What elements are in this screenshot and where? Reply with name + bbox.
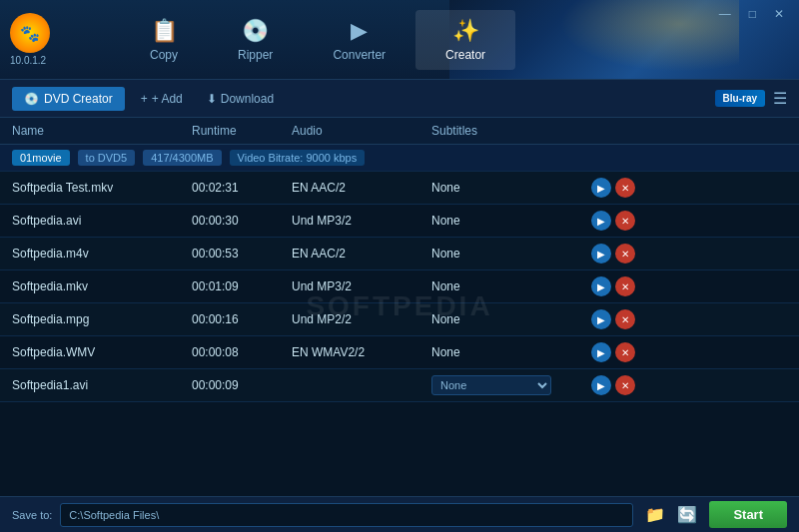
download-icon: ⬇ (207, 92, 217, 106)
creator-icon: ✨ (452, 18, 479, 44)
minimize-button[interactable]: — (714, 5, 736, 23)
play-button[interactable]: ▶ (591, 276, 611, 296)
navigation-tabs: 📋 Copy 💿 Ripper ▶ Converter ✨ Creator (120, 10, 789, 70)
converter-icon: ▶ (351, 18, 368, 44)
disc-icon: 💿 (24, 92, 39, 106)
window-controls[interactable]: — □ ✕ (714, 5, 789, 23)
remove-button[interactable]: ✕ (615, 276, 635, 296)
subtitles-value: None (431, 214, 591, 228)
logo-icon: 🐾 (10, 13, 50, 53)
table-area: Name Runtime Audio Subtitles 01movie to … (0, 118, 799, 496)
runtime-value: 00:02:31 (192, 181, 292, 195)
tab-creator[interactable]: ✨ Creator (415, 10, 515, 70)
table-row: Softpedia Test.mkv 00:02:31 EN AAC/2 Non… (0, 172, 799, 205)
audio-value: EN WMAV2/2 (292, 345, 431, 359)
runtime-value: 00:00:16 (192, 312, 292, 326)
row-actions: ▶ ✕ (591, 178, 671, 198)
subtitles-value: None (431, 247, 591, 261)
tab-ripper-label: Ripper (238, 48, 273, 62)
start-button[interactable]: Start (709, 501, 787, 528)
subtitles-value: None (431, 279, 591, 293)
row-actions: ▶ ✕ (591, 375, 671, 395)
footer-icons: 📁 🔄 (641, 505, 701, 524)
remove-button[interactable]: ✕ (615, 342, 635, 362)
file-name: Softpedia1.avi (12, 378, 192, 392)
app-logo: 🐾 10.0.1.2 (10, 13, 90, 66)
refresh-button[interactable]: 🔄 (673, 505, 701, 524)
runtime-value: 00:00:09 (192, 378, 292, 392)
col-audio: Audio (292, 124, 431, 138)
file-name: Softpedia.mkv (12, 279, 192, 293)
play-button[interactable]: ▶ (591, 309, 611, 329)
runtime-value: 00:00:30 (192, 214, 292, 228)
browse-folder-button[interactable]: 📁 (641, 505, 669, 524)
col-name: Name (12, 124, 192, 138)
menu-icon[interactable]: ☰ (773, 89, 787, 108)
video-bitrate-tag[interactable]: Video Bitrate: 9000 kbps (230, 150, 366, 166)
remove-button[interactable]: ✕ (615, 309, 635, 329)
play-button[interactable]: ▶ (591, 178, 611, 198)
audio-value: Und MP2/2 (292, 312, 431, 326)
app-header: — □ ✕ 🐾 10.0.1.2 📋 Copy 💿 Ripper ▶ Conve… (0, 0, 799, 80)
col-subtitles: Subtitles (431, 124, 591, 138)
play-button[interactable]: ▶ (591, 244, 611, 264)
audio-value: EN AAC/2 (292, 181, 431, 195)
table-row: Softpedia.mkv 00:01:09 Und MP3/2 None ▶ … (0, 270, 799, 303)
runtime-value: 00:00:08 (192, 345, 292, 359)
footer: Save to: C:\Softpedia Files\ 📁 🔄 Start (0, 496, 799, 532)
project-row: 01movie to DVD5 417/4300MB Video Bitrate… (0, 145, 799, 172)
add-button[interactable]: + + Add (133, 88, 191, 110)
file-name: Softpedia Test.mkv (12, 181, 192, 195)
tab-creator-label: Creator (445, 48, 485, 62)
file-name: Softpedia.avi (12, 214, 192, 228)
project-name-tag[interactable]: 01movie (12, 150, 70, 166)
tab-ripper[interactable]: 💿 Ripper (208, 10, 303, 70)
project-size-tag[interactable]: 417/4300MB (143, 150, 221, 166)
dvd-creator-button[interactable]: 💿 DVD Creator (12, 87, 125, 111)
play-button[interactable]: ▶ (591, 342, 611, 362)
app-version: 10.0.1.2 (10, 55, 46, 66)
tab-converter-label: Converter (333, 48, 386, 62)
col-actions (591, 124, 671, 138)
table-row: Softpedia.mpg 00:00:16 Und MP2/2 None ▶ … (0, 303, 799, 336)
file-name: Softpedia.mpg (12, 312, 192, 326)
subtitles-select[interactable]: None (431, 375, 551, 395)
project-target-tag[interactable]: to DVD5 (78, 150, 136, 166)
file-name: Softpedia.m4v (12, 247, 192, 261)
remove-button[interactable]: ✕ (615, 375, 635, 395)
tab-converter[interactable]: ▶ Converter (303, 10, 415, 70)
ripper-icon: 💿 (242, 18, 269, 44)
play-button[interactable]: ▶ (591, 211, 611, 231)
remove-button[interactable]: ✕ (615, 211, 635, 231)
row-actions: ▶ ✕ (591, 309, 671, 329)
col-runtime: Runtime (192, 124, 292, 138)
runtime-value: 00:01:09 (192, 279, 292, 293)
maximize-button[interactable]: □ (744, 5, 761, 23)
table-row: Softpedia.avi 00:00:30 Und MP3/2 None ▶ … (0, 205, 799, 238)
row-actions: ▶ ✕ (591, 244, 671, 264)
tab-copy-label: Copy (150, 48, 178, 62)
close-button[interactable]: ✕ (769, 5, 789, 23)
main-content: 💿 DVD Creator + + Add ⬇ Download Blu-ray… (0, 80, 799, 532)
row-actions: ▶ ✕ (591, 211, 671, 231)
save-path[interactable]: C:\Softpedia Files\ (60, 503, 633, 527)
table-header: Name Runtime Audio Subtitles (0, 118, 799, 145)
table-row: Softpedia.WMV 00:00:08 EN WMAV2/2 None ▶… (0, 336, 799, 369)
play-button[interactable]: ▶ (591, 375, 611, 395)
copy-icon: 📋 (151, 18, 178, 44)
subtitles-value: None (431, 181, 591, 195)
subtitles-value: None (431, 345, 591, 359)
file-name: Softpedia.WMV (12, 345, 192, 359)
download-button[interactable]: ⬇ Download (199, 88, 282, 110)
tab-copy[interactable]: 📋 Copy (120, 10, 208, 70)
table-row: Softpedia.m4v 00:00:53 EN AAC/2 None ▶ ✕ (0, 238, 799, 270)
blu-ray-badge: Blu-ray (715, 90, 765, 107)
remove-button[interactable]: ✕ (615, 178, 635, 198)
remove-button[interactable]: ✕ (615, 244, 635, 264)
row-actions: ▶ ✕ (591, 342, 671, 362)
toolbar: 💿 DVD Creator + + Add ⬇ Download Blu-ray… (0, 80, 799, 118)
toolbar-right: Blu-ray ☰ (715, 89, 787, 108)
audio-value: EN AAC/2 (292, 247, 431, 261)
subtitles-value: None (431, 312, 591, 326)
row-actions: ▶ ✕ (591, 276, 671, 296)
